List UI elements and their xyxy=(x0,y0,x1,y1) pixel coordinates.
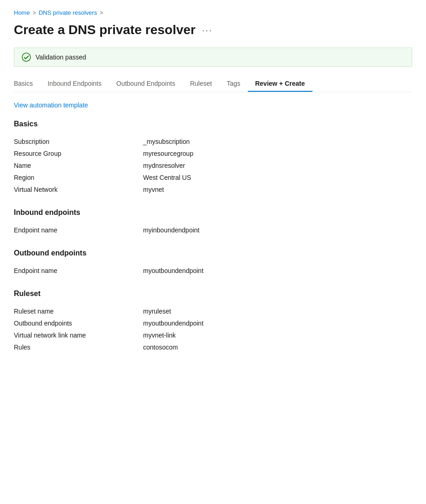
more-options-button[interactable]: ··· xyxy=(202,25,213,36)
tab-inbound[interactable]: Inbound Endpoints xyxy=(40,76,109,92)
inbound-section: Inbound endpoints Endpoint name myinboun… xyxy=(14,208,412,236)
field-ruleset-outbound-endpoints: Outbound endpoints myoutboundendpoint xyxy=(14,317,412,329)
field-label-region: Region xyxy=(14,174,143,181)
field-inbound-endpoint-name: Endpoint name myinboundendpoint xyxy=(14,224,412,236)
tab-basics[interactable]: Basics xyxy=(14,76,40,92)
field-ruleset-name: Ruleset name myruleset xyxy=(14,305,412,317)
field-label-virtual-network: Virtual Network xyxy=(14,186,143,193)
field-value-subscription: _mysubscription xyxy=(143,138,190,145)
tab-tags[interactable]: Tags xyxy=(219,76,248,92)
breadcrumb-sep2: > xyxy=(100,10,103,16)
field-subscription: Subscription _mysubscription xyxy=(14,136,412,148)
field-label-outbound-endpoint: Endpoint name xyxy=(14,267,143,274)
field-value-region: West Central US xyxy=(143,174,191,181)
basics-section-title: Basics xyxy=(14,120,412,128)
field-virtual-network: Virtual Network myvnet xyxy=(14,184,412,196)
field-value-outbound-endpoint: myoutboundendpoint xyxy=(143,267,204,274)
field-value-name: mydnsresolver xyxy=(143,162,185,169)
field-value-ruleset-name: myruleset xyxy=(143,308,171,315)
validation-message: Validation passed xyxy=(36,53,86,61)
field-label-ruleset-outbound-endpoints: Outbound endpoints xyxy=(14,320,143,327)
field-value-ruleset-outbound-endpoints: myoutboundendpoint xyxy=(143,320,204,327)
breadcrumb-sep1: > xyxy=(33,10,36,16)
validation-banner: Validation passed xyxy=(14,47,412,67)
field-vnet-link-name: Virtual network link name myvnet-link xyxy=(14,329,412,341)
field-label-inbound-endpoint: Endpoint name xyxy=(14,226,143,234)
inbound-section-title: Inbound endpoints xyxy=(14,208,412,217)
tab-review-create[interactable]: Review + Create xyxy=(248,76,312,92)
ruleset-section-title: Ruleset xyxy=(14,290,412,298)
field-value-rules: contosocom xyxy=(143,344,178,351)
field-label-ruleset-name: Ruleset name xyxy=(14,308,143,315)
svg-point-0 xyxy=(22,53,30,61)
field-value-vnet-link-name: myvnet-link xyxy=(143,332,176,339)
field-value-virtual-network: myvnet xyxy=(143,186,164,193)
outbound-section-title: Outbound endpoints xyxy=(14,249,412,257)
field-label-resource-group: Resource Group xyxy=(14,150,143,157)
validation-check-icon xyxy=(22,53,31,62)
breadcrumb-home[interactable]: Home xyxy=(14,9,30,16)
field-resource-group: Resource Group myresourcegroup xyxy=(14,148,412,160)
ruleset-section: Ruleset Ruleset name myruleset Outbound … xyxy=(14,290,412,353)
breadcrumb: Home > DNS private resolvers > xyxy=(14,9,412,16)
outbound-section: Outbound endpoints Endpoint name myoutbo… xyxy=(14,249,412,277)
field-outbound-endpoint-name: Endpoint name myoutboundendpoint xyxy=(14,265,412,277)
field-region: Region West Central US xyxy=(14,172,412,184)
tab-ruleset[interactable]: Ruleset xyxy=(183,76,219,92)
page-title: Create a DNS private resolver xyxy=(14,23,196,37)
breadcrumb-dns-resolvers[interactable]: DNS private resolvers xyxy=(39,9,97,16)
view-automation-link[interactable]: View automation template xyxy=(14,101,88,109)
field-rules: Rules contosocom xyxy=(14,341,412,353)
tab-outbound[interactable]: Outbound Endpoints xyxy=(109,76,183,92)
tabs-nav: Basics Inbound Endpoints Outbound Endpoi… xyxy=(14,76,412,92)
field-label-vnet-link-name: Virtual network link name xyxy=(14,332,143,339)
basics-section: Basics Subscription _mysubscription Reso… xyxy=(14,120,412,196)
field-label-subscription: Subscription xyxy=(14,138,143,145)
field-value-inbound-endpoint: myinboundendpoint xyxy=(143,226,199,234)
field-value-resource-group: myresourcegroup xyxy=(143,150,193,157)
field-label-rules: Rules xyxy=(14,344,143,351)
field-name: Name mydnsresolver xyxy=(14,160,412,172)
field-label-name: Name xyxy=(14,162,143,169)
